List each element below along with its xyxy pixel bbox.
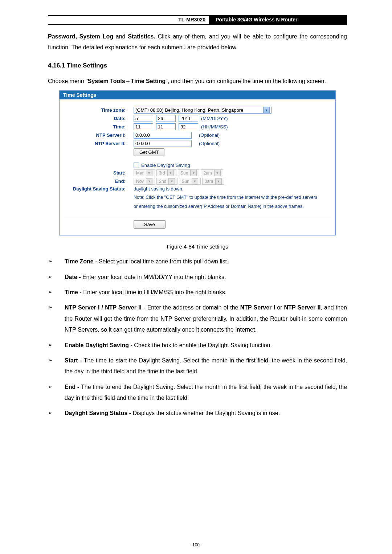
label-start: Start: — [64, 170, 134, 176]
chevron-down-icon: ▼ — [192, 178, 198, 185]
chevron-down-icon: ▼ — [146, 170, 152, 176]
panel-title: Time Settings — [60, 91, 335, 103]
time-hint: (HH/MM/SS) — [201, 124, 228, 130]
end-month-select[interactable]: Nov▼ — [134, 178, 155, 185]
get-gmt-button[interactable]: Get GMT — [134, 148, 164, 156]
label-timezone: Time zone: — [64, 107, 134, 113]
intro-paragraph-2: Choose menu "System Tools→Time Setting",… — [48, 76, 347, 87]
chevron-down-icon: ▼ — [168, 178, 175, 185]
save-button[interactable]: Save — [134, 220, 166, 229]
label-ntp1: NTP Server I: — [64, 132, 134, 138]
intro-paragraph-1: Password, System Log and Statistics. Cli… — [48, 31, 347, 53]
list-item: Start - The time to start the Daylight S… — [48, 355, 347, 377]
timezone-select[interactable]: (GMT+08:00) Beijing, Hong Kong, Perth, S… — [134, 107, 271, 114]
label-end: End: — [64, 178, 134, 184]
list-item: Date - Enter your local date in MM/DD/YY… — [48, 272, 347, 283]
daylight-status-value: daylight saving is down. — [134, 186, 183, 192]
time-min-input[interactable] — [156, 123, 176, 130]
time-sec-input[interactable] — [179, 123, 198, 130]
date-hint: (MM/DD/YY) — [201, 116, 228, 121]
intro-bold-1: Password, System Log — [48, 33, 113, 40]
label-time: Time: — [64, 124, 134, 130]
date-year-input[interactable] — [179, 115, 198, 122]
end-week-select[interactable]: 2nd▼ — [156, 178, 177, 185]
start-month-select[interactable]: Mar▼ — [134, 169, 155, 176]
list-item: End - The time to end the Daylight Savin… — [48, 382, 347, 404]
list-item: Daylight Saving Status - Displays the st… — [48, 408, 347, 419]
panel-note-2: or entering the customized server(IP Add… — [134, 202, 331, 211]
header-title: Portable 3G/4G Wireless N Router — [209, 16, 347, 24]
enable-daylight-checkbox[interactable] — [134, 163, 139, 168]
figure-caption: Figure 4-84 Time settings — [48, 243, 347, 250]
label-date: Date: — [64, 116, 134, 121]
date-day-input[interactable] — [156, 115, 176, 122]
end-time-select[interactable]: 3am▼ — [202, 178, 224, 185]
start-day-select[interactable]: Sun▼ — [178, 169, 199, 176]
label-ntp2: NTP Server II: — [64, 141, 134, 146]
ntp1-input[interactable] — [134, 132, 192, 139]
start-time-select[interactable]: 2am▼ — [201, 169, 223, 176]
chevron-down-icon: ▼ — [146, 178, 152, 185]
header-model: TL-MR3020 — [175, 16, 209, 24]
bullet-list: Time Zone - Select your local time zone … — [48, 256, 347, 419]
chevron-down-icon: ▼ — [190, 170, 197, 176]
list-item: NTP Server I / NTP Server II - Enter the… — [48, 302, 347, 335]
section-title: 4.16.1 Time Settings — [48, 62, 347, 69]
start-week-select[interactable]: 3rd▼ — [156, 169, 176, 176]
label-dss: Daylight Saving Status: — [64, 186, 134, 192]
ntp2-input[interactable] — [134, 140, 192, 147]
enable-daylight-label: Enable Daylight Saving — [141, 163, 190, 168]
chevron-down-icon: ▼ — [263, 107, 270, 114]
list-item: Enable Daylight Saving - Check the box t… — [48, 340, 347, 351]
intro-bold-2: Statistics. — [128, 33, 155, 40]
end-day-select[interactable]: Sun▼ — [179, 178, 200, 185]
chevron-down-icon: ▼ — [167, 170, 174, 176]
ntp2-hint: (Optional) — [199, 141, 220, 146]
date-month-input[interactable] — [134, 115, 153, 122]
page-number: -100- — [0, 542, 392, 547]
list-item: Time Zone - Select your local time zone … — [48, 256, 347, 267]
chevron-down-icon: ▼ — [215, 178, 222, 185]
panel-note-1: Note: Click the "GET GMT" to update the … — [134, 193, 331, 202]
ntp1-hint: (Optional) — [199, 132, 220, 138]
time-settings-panel: Time Settings Time zone: (GMT+08:00) Bei… — [59, 90, 336, 235]
chevron-down-icon: ▼ — [214, 170, 221, 176]
page-header-band: TL-MR3020 Portable 3G/4G Wireless N Rout… — [48, 15, 347, 25]
time-hour-input[interactable] — [134, 123, 153, 130]
list-item: Time - Enter your local time in HH/MM/SS… — [48, 287, 347, 298]
